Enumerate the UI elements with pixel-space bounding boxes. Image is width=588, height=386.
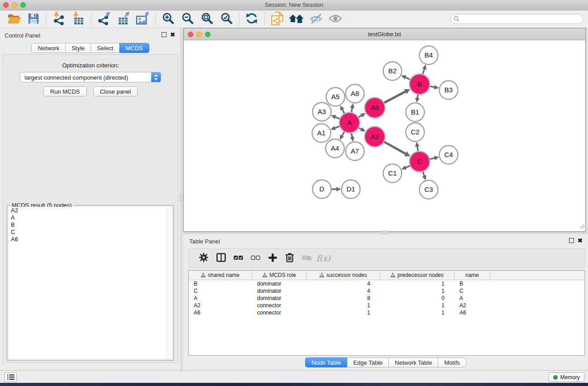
show-all-button[interactable] [327, 11, 344, 27]
delete-column-button[interactable] [281, 250, 298, 267]
refresh-button[interactable] [243, 11, 260, 27]
open-session-button[interactable] [5, 11, 23, 27]
settings-button[interactable] [195, 250, 212, 267]
home-button[interactable] [288, 11, 305, 27]
table-cell[interactable]: 1 [380, 302, 454, 309]
horizontal-split-handle[interactable] [382, 231, 388, 234]
table-cell[interactable]: 0 [380, 295, 454, 302]
export-table-button[interactable] [115, 11, 132, 27]
close-panel-button[interactable]: Close panel [93, 86, 138, 96]
zoom-in-button[interactable] [159, 11, 177, 27]
float-table-panel-icon[interactable] [569, 238, 574, 243]
hide-selected-button[interactable] [307, 11, 325, 27]
split-view-button[interactable] [212, 250, 229, 267]
mcds-result-item[interactable]: A2 [9, 207, 172, 214]
column-header-MCDS-role[interactable]: MCDS role [252, 271, 307, 280]
table-cell[interactable]: 8 [307, 295, 380, 302]
function-builder-button[interactable]: f(x) [316, 253, 330, 263]
deselect-all-button[interactable] [247, 250, 264, 267]
table-cell[interactable]: C [189, 287, 252, 295]
table-row[interactable]: Cdominator41C [189, 287, 584, 295]
close-panel-icon[interactable]: ✖ [170, 32, 175, 37]
export-network-button[interactable] [95, 11, 112, 27]
search-input[interactable] [450, 14, 583, 24]
zoom-selected-button[interactable] [218, 11, 235, 27]
task-history-button[interactable] [5, 372, 17, 382]
table-cell[interactable]: A [454, 295, 490, 302]
zoom-out-button[interactable] [179, 11, 196, 27]
table-cell[interactable]: C [454, 287, 490, 295]
table-cell[interactable]: dominator [252, 287, 307, 295]
table-cell[interactable]: 1 [307, 309, 380, 316]
table-cell[interactable]: A6 [189, 309, 252, 316]
import-table-button[interactable] [70, 11, 87, 27]
network-canvas[interactable]: AA1A3A5A8A4A7A6A2BB2B4B3B1CC2C4C1C3DD1 [184, 40, 585, 231]
table-cell[interactable]: B [454, 280, 490, 287]
graph-node-label: A2 [371, 133, 379, 140]
optimization-criterion-select[interactable]: largest connected component (directed) [20, 72, 161, 82]
tab-node-table[interactable]: Node Table [305, 357, 348, 367]
vertical-split-handle[interactable] [180, 195, 183, 201]
hide-selected-icon [309, 13, 323, 26]
float-panel-icon[interactable] [162, 32, 167, 37]
table-row[interactable]: Bdominator41B [189, 280, 584, 287]
mcds-result-item[interactable]: A [9, 214, 172, 221]
mcds-result-item[interactable]: A6 [9, 236, 172, 243]
table-cell[interactable]: 4 [307, 280, 380, 287]
table-cell[interactable]: dominator [252, 280, 307, 287]
tab-network[interactable]: Network [31, 43, 66, 53]
column-header-predecessor-nodes[interactable]: predecessor nodes [380, 271, 454, 280]
column-header-name[interactable]: name [454, 271, 490, 280]
mcds-result-list[interactable]: A2ABCA6 [9, 207, 172, 359]
table-cell[interactable]: 1 [380, 287, 454, 295]
table-cell[interactable]: A2 [454, 302, 490, 309]
mcds-result-item[interactable]: C [9, 229, 172, 236]
export-network-icon [97, 12, 110, 27]
table-tabs: Node TableEdge TableNetwork TableMotifs [305, 357, 466, 367]
tab-motifs[interactable]: Motifs [438, 357, 466, 367]
table-cell[interactable]: 1 [380, 309, 454, 316]
edge-A2-C[interactable] [384, 142, 406, 154]
edge-A6-B[interactable] [384, 91, 406, 103]
result-list-scrollbar[interactable] [167, 207, 172, 359]
table-cell[interactable]: A [189, 295, 252, 302]
close-table-panel-icon[interactable]: ✖ [578, 238, 583, 243]
edge-B-B4[interactable] [423, 68, 425, 74]
destroy-table-button[interactable] [298, 250, 316, 267]
network-graph[interactable]: AA1A3A5A8A4A7A6A2BB2B4B3B1CC2C4C1C3DD1 [184, 40, 585, 231]
network-window-titlebar[interactable]: testGlobe.txt [184, 29, 585, 40]
network-window-title: testGlobe.txt [184, 31, 585, 38]
zoom-fit-button[interactable] [198, 11, 215, 27]
tab-network-table[interactable]: Network Table [389, 357, 438, 367]
memory-button[interactable]: Memory [549, 372, 584, 382]
table-cell[interactable]: B [189, 280, 252, 287]
save-session-button[interactable] [25, 11, 42, 27]
table-cell[interactable]: A2 [189, 302, 252, 309]
column-header-shared-name[interactable]: shared name [189, 271, 252, 280]
select-all-button[interactable] [229, 250, 247, 267]
add-column-button[interactable] [264, 250, 281, 267]
table-row[interactable]: Adominator80A [189, 295, 584, 302]
import-network-icon [53, 12, 65, 27]
column-header-successor-nodes[interactable]: successor nodes [307, 271, 380, 280]
mcds-result-item[interactable]: B [9, 221, 172, 229]
table-cell[interactable]: 1 [307, 302, 380, 309]
table-cell[interactable]: 1 [380, 280, 454, 287]
select-stepper-icon [151, 72, 161, 82]
tab-select[interactable]: Select [91, 43, 120, 53]
tab-mcds[interactable]: MCDS [120, 43, 149, 53]
table-cell[interactable]: connector [252, 302, 307, 309]
table-row[interactable]: A6connector11A6 [189, 309, 584, 316]
duplicate-network-button[interactable] [268, 11, 286, 27]
table-row[interactable]: A2connector11A2 [189, 302, 584, 309]
table-cell[interactable]: connector [252, 309, 307, 316]
tab-edge-table[interactable]: Edge Table [347, 357, 389, 367]
import-network-button[interactable] [50, 11, 67, 27]
table-cell[interactable]: 4 [307, 287, 380, 295]
resize-grip-icon[interactable] [579, 223, 585, 231]
table-cell[interactable]: dominator [252, 295, 307, 302]
tab-style[interactable]: Style [66, 43, 91, 53]
run-mcds-button[interactable]: Run MCDS [43, 86, 87, 96]
table-cell[interactable]: A6 [454, 309, 490, 316]
export-image-button[interactable] [134, 11, 151, 27]
